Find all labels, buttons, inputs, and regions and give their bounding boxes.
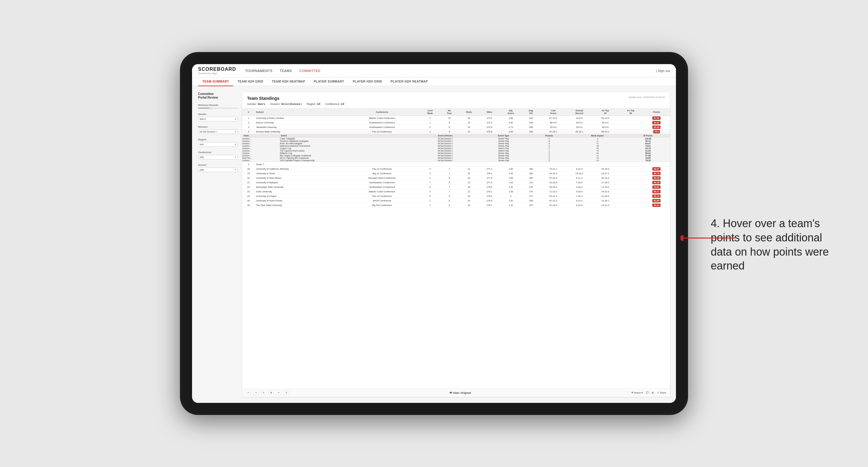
cell-points[interactable]: 68.71: [643, 189, 670, 194]
slider-handle[interactable]: [209, 107, 211, 110]
logo-sub: Powered by clippi: [198, 72, 236, 75]
expanded-detail-cell: Team Event Event Division Event Type Rou…: [242, 134, 670, 162]
col-rank: #: [242, 108, 255, 116]
cell-low: 63-5-0: [540, 125, 566, 129]
cell-points[interactable]: 68.07: [643, 167, 670, 171]
table-row: 26 The Ohio State University Big Ten Con…: [242, 203, 670, 208]
cell-conference: Southeastern Conference: [344, 120, 420, 125]
redo-button[interactable]: ↪: [253, 391, 258, 395]
cell-low: 53-41-1: [540, 194, 566, 198]
comment-button[interactable]: 💬: [646, 392, 649, 394]
cell-avg: 265: [522, 129, 540, 134]
cell-points[interactable]: 59.34: [643, 203, 670, 208]
col-conf-rank: ConfRank: [420, 108, 440, 116]
cell-wins: 278.0: [479, 194, 500, 198]
grid-button[interactable]: ⊞: [652, 392, 654, 394]
col-adj-score: Adj.Score: [500, 108, 522, 116]
cell-points[interactable]: 68.48: [643, 180, 670, 185]
region-dropdown[interactable]: N/A: [198, 142, 238, 147]
cell-school: Duke University: [255, 189, 344, 194]
view-label[interactable]: View: Original: [453, 392, 471, 395]
cell-points[interactable]: 97.02: [643, 116, 670, 120]
cell-wins: 278.1: [479, 189, 500, 194]
sub-nav-player-h2h-heatmap[interactable]: PLAYER H2H HEATMAP: [386, 77, 432, 86]
cell-rnds: 30: [459, 116, 479, 120]
nav-teams[interactable]: TEAMS: [280, 68, 292, 74]
list-item: Univers... Copper Cup NCAA Division I Ma…: [242, 147, 670, 150]
sub-nav-team-h2h-grid[interactable]: TEAM H2H GRID: [233, 77, 267, 86]
division-dropdown[interactable]: NCAA Division I: [198, 129, 238, 134]
top-nav: SCOREBOARD Powered by clippi TOURNAMENTS…: [192, 64, 676, 77]
cell-vs25: 46-5-0: [592, 125, 618, 129]
cell-points[interactable]: 68.49: [643, 176, 670, 180]
update-time: Update time: 13/03/2024 10:03:42: [628, 96, 665, 99]
cell-vs50: [618, 194, 643, 198]
school-dropdown[interactable]: (All): [198, 167, 238, 172]
cell-avg: 265: [522, 176, 540, 180]
tablet-screen: SCOREBOARD Powered by clippi TOURNAMENTS…: [192, 64, 676, 403]
sign-out-link[interactable]: Sign out: [658, 69, 670, 72]
cell-points[interactable]: 79.5: [643, 129, 670, 134]
cell-vs25: 58-24-1: [592, 129, 618, 134]
cell-points[interactable]: 58.14: [643, 194, 670, 198]
cell-no-tour: 8: [440, 176, 459, 180]
cell-rnds: 21: [459, 167, 479, 171]
col-no-tour: NoTour: [440, 108, 459, 116]
sub-nav-player-h2h-grid[interactable]: PLAYER H2H GRID: [348, 77, 386, 86]
exp-col-event: Event: [280, 134, 413, 137]
cell-points[interactable]: 90.30: [643, 125, 670, 129]
list-item: Univers... National Invitational Tournam…: [242, 145, 670, 147]
main-content: CommitteePortal Review Minimum Rounds Ge…: [192, 86, 676, 403]
clock-button[interactable]: ⏱: [284, 391, 289, 395]
sub-nav-team-h2h-heatmap[interactable]: TEAM H2H HEATMAP: [268, 77, 310, 86]
cell-school: Auburn University: [255, 120, 344, 125]
table-row: 22 Mississippi State University Southeas…: [242, 185, 670, 189]
cell-school: University of Oregon: [255, 194, 344, 198]
copy-button[interactable]: ⊞: [269, 391, 274, 395]
cell-overall: 33-19-1: [566, 129, 592, 134]
cell-vs50: [618, 198, 643, 203]
table-row: 20 University of New Mexico Mountain Wes…: [242, 176, 670, 180]
cell-wins: 277.9: [479, 180, 500, 185]
cell-rank: 19: [242, 171, 255, 176]
cell-points[interactable]: 68.70: [643, 171, 670, 176]
share-button[interactable]: ↗ Share: [657, 392, 666, 394]
watch-button[interactable]: 👁 Watch ▾: [631, 392, 643, 394]
cell-avg: 270: [522, 185, 540, 189]
expanded-header-row: Team Event Event Division Event Type Rou…: [242, 134, 670, 137]
table-scroll[interactable]: # School Conference ConfRank NoTour Rnds…: [242, 108, 670, 388]
col-school: School: [255, 108, 344, 116]
cell-conf-rank: 5: [420, 194, 440, 198]
slider-track[interactable]: [198, 108, 238, 108]
nav-tournaments[interactable]: TOURNAMENTS: [245, 68, 273, 74]
nav-committee[interactable]: COMMITTEE: [299, 68, 320, 74]
cell-rnds: 22: [459, 129, 479, 134]
cell-points[interactable]: 63.89: [643, 198, 670, 203]
cell-adj: 1.22: [500, 203, 522, 208]
cell-low: 42-20-0: [540, 180, 566, 185]
cell-vs25: 24-31-0: [592, 189, 618, 194]
sub-nav-player-summary[interactable]: PLAYER SUMMARY: [309, 77, 348, 86]
cell-points[interactable]: 63.81: [643, 185, 670, 189]
cell-low: 73-21-1: [540, 167, 566, 171]
cell-no-tour: 6: [440, 203, 459, 208]
conference-dropdown[interactable]: (All): [198, 155, 238, 159]
table-row: 1 University of North Carolina Atlantic …: [242, 116, 670, 120]
cell-wins: 278.7: [479, 203, 500, 208]
table-row: 24 University of Oregon Pac-12 Conferenc…: [242, 194, 670, 198]
cell-low: 71-22-2: [540, 189, 566, 194]
filter-conference: Conference (All): [198, 151, 238, 159]
refresh-button[interactable]: ↻: [261, 391, 266, 395]
gender-dropdown[interactable]: Men's: [198, 117, 238, 121]
col-vs25: Vs Top25: [592, 108, 618, 116]
report-header: Team Standings Gender: Men's Division: N…: [242, 92, 670, 108]
cell-conference: Mountain West Conference: [344, 176, 420, 180]
crop-button[interactable]: ✂: [276, 391, 281, 395]
list-item: Univers... Ben Hogan Collegiate Invitati…: [242, 155, 670, 157]
cell-vs25: 29-27-2: [592, 171, 618, 176]
sub-nav-team-summary[interactable]: TEAM SUMMARY: [198, 77, 233, 86]
undo-button[interactable]: ↩: [246, 391, 251, 395]
cell-points[interactable]: 93.31: [643, 120, 670, 125]
cell-adj: 2.73: [500, 125, 522, 129]
cell-wins: 272.6: [479, 125, 500, 129]
